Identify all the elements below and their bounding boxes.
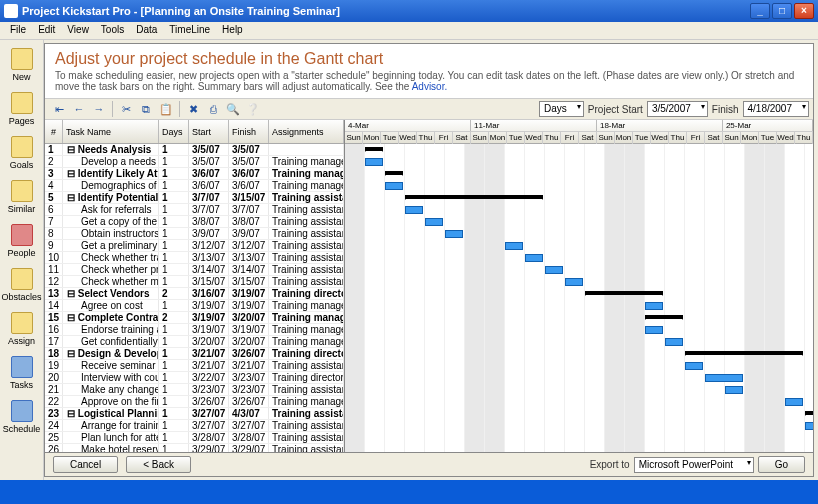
table-row[interactable]: 22Approve on the final out13/26/073/26/0… — [45, 396, 344, 408]
summary-bar[interactable] — [365, 147, 383, 151]
table-row[interactable]: 12Check whether material13/15/073/15/07T… — [45, 276, 344, 288]
table-row[interactable]: 3⊟ Identify Likely Attendee13/6/073/6/07… — [45, 168, 344, 180]
table-row[interactable]: 4Demographics of attend13/6/073/6/07Trai… — [45, 180, 344, 192]
task-bar[interactable] — [405, 206, 423, 214]
task-bar[interactable] — [385, 182, 403, 190]
table-row[interactable]: 21Make any changes to o13/23/073/23/07Tr… — [45, 384, 344, 396]
sidebar-item-people[interactable]: People — [0, 220, 43, 262]
summary-bar[interactable] — [805, 411, 813, 415]
task-bar[interactable] — [545, 266, 563, 274]
nav-prev-icon[interactable]: ← — [71, 101, 87, 117]
task-bar[interactable] — [785, 398, 803, 406]
table-row[interactable]: 13⊟ Select Vendors23/16/073/19/07Trainin… — [45, 288, 344, 300]
summary-bar[interactable] — [385, 171, 403, 175]
col-finish[interactable]: Finish — [229, 120, 269, 143]
sidebar-item-assign[interactable]: Assign — [0, 308, 43, 350]
day-header: Tue — [381, 132, 399, 144]
task-table: # Task Name Days Start Finish Assignment… — [45, 120, 345, 452]
cut-icon[interactable]: ✂ — [118, 101, 134, 117]
summary-bar[interactable] — [585, 291, 663, 295]
close-button[interactable]: × — [794, 3, 814, 19]
proj-start-label: Project Start — [588, 104, 643, 115]
help-icon[interactable]: ❔ — [245, 101, 261, 117]
export-select[interactable]: Microsoft PowerPoint — [634, 457, 754, 473]
table-row[interactable]: 6Ask for referrals13/7/073/7/07Training … — [45, 204, 344, 216]
col-id[interactable]: # — [45, 120, 63, 143]
paste-icon[interactable]: 📋 — [158, 101, 174, 117]
table-row[interactable]: 10Check whether travel ar13/13/073/13/07… — [45, 252, 344, 264]
summary-bar[interactable] — [685, 351, 803, 355]
copy-icon[interactable]: ⧉ — [138, 101, 154, 117]
task-bar[interactable] — [445, 230, 463, 238]
view-mode-select[interactable]: Days — [539, 101, 584, 117]
delete-icon[interactable]: ✖ — [185, 101, 201, 117]
table-row[interactable]: 9Get a preliminary cost r13/12/073/12/07… — [45, 240, 344, 252]
sidebar-item-goals[interactable]: Goals — [0, 132, 43, 174]
menu-help[interactable]: Help — [216, 22, 249, 39]
task-bar[interactable] — [725, 386, 743, 394]
task-bar[interactable] — [645, 326, 663, 334]
menu-file[interactable]: File — [4, 22, 32, 39]
week-header: 18-Mar — [597, 120, 723, 131]
gantt-row — [345, 216, 813, 228]
table-row[interactable]: 24Arrange for training site13/27/073/27/… — [45, 420, 344, 432]
summary-bar[interactable] — [405, 195, 543, 199]
summary-bar[interactable] — [645, 315, 683, 319]
sidebar-item-pages[interactable]: Pages — [0, 88, 43, 130]
task-bar[interactable] — [365, 158, 383, 166]
table-row[interactable]: 26Make hotel reservations13/29/073/29/07… — [45, 444, 344, 452]
proj-finish-field[interactable]: 4/18/2007 — [743, 101, 810, 117]
table-row[interactable]: 14Agree on cost13/19/073/19/07Training m… — [45, 300, 344, 312]
menu-tools[interactable]: Tools — [95, 22, 130, 39]
table-row[interactable]: 18⊟ Design & Development13/21/073/26/07T… — [45, 348, 344, 360]
table-row[interactable]: 1⊟ Needs Analysis13/5/073/5/07 — [45, 144, 344, 156]
task-bar[interactable] — [705, 374, 743, 382]
nav-first-icon[interactable]: ⇤ — [51, 101, 67, 117]
col-name[interactable]: Task Name — [63, 120, 159, 143]
task-bar[interactable] — [505, 242, 523, 250]
task-bar[interactable] — [665, 338, 683, 346]
table-row[interactable]: 15⊟ Complete Contract Req23/19/073/20/07… — [45, 312, 344, 324]
table-row[interactable]: 11Check whether prepara13/14/073/14/07Tr… — [45, 264, 344, 276]
task-bar[interactable] — [645, 302, 663, 310]
zoom-icon[interactable]: 🔍 — [225, 101, 241, 117]
sidebar-item-new[interactable]: New — [0, 44, 43, 86]
col-start[interactable]: Start — [189, 120, 229, 143]
table-row[interactable]: 20Interview with course to13/22/073/23/0… — [45, 372, 344, 384]
back-button[interactable]: < Back — [126, 456, 191, 473]
task-bar[interactable] — [525, 254, 543, 262]
sidebar-item-obstacles[interactable]: Obstacles — [0, 264, 43, 306]
table-row[interactable]: 5⊟ Identify Potential Vendo13/7/073/15/0… — [45, 192, 344, 204]
table-row[interactable]: 7Get a copy of the cours13/8/073/8/07Tra… — [45, 216, 344, 228]
table-row[interactable]: 16Endorse training agreei13/19/073/19/07… — [45, 324, 344, 336]
go-button[interactable]: Go — [758, 456, 805, 473]
menu-data[interactable]: Data — [130, 22, 163, 39]
maximize-button[interactable]: □ — [772, 3, 792, 19]
sidebar-item-similar[interactable]: Similar — [0, 176, 43, 218]
task-bar[interactable] — [685, 362, 703, 370]
minimize-button[interactable]: _ — [750, 3, 770, 19]
task-bar[interactable] — [565, 278, 583, 286]
sidebar-item-schedule[interactable]: Schedule — [0, 396, 43, 438]
sidebar-item-label: Schedule — [3, 424, 41, 434]
table-row[interactable]: 19Receive seminar outline13/21/073/21/07… — [45, 360, 344, 372]
table-row[interactable]: 2Develop a needs analys13/5/073/5/07Trai… — [45, 156, 344, 168]
sidebar-item-tasks[interactable]: Tasks — [0, 352, 43, 394]
task-bar[interactable] — [805, 422, 813, 430]
advisor-link[interactable]: Advisor. — [412, 81, 448, 92]
menu-edit[interactable]: Edit — [32, 22, 61, 39]
gantt-row — [345, 228, 813, 240]
col-days[interactable]: Days — [159, 120, 189, 143]
table-row[interactable]: 23⊟ Logistical Planning13/27/074/3/07Tra… — [45, 408, 344, 420]
print-icon[interactable]: ⎙ — [205, 101, 221, 117]
col-assignments[interactable]: Assignments — [269, 120, 344, 143]
table-row[interactable]: 17Get confidentially form r13/20/073/20/… — [45, 336, 344, 348]
cancel-button[interactable]: Cancel — [53, 456, 118, 473]
table-row[interactable]: 8Obtain instructors' resur13/9/073/9/07T… — [45, 228, 344, 240]
menu-view[interactable]: View — [61, 22, 95, 39]
table-row[interactable]: 25Plan lunch for attendee:13/28/073/28/0… — [45, 432, 344, 444]
task-bar[interactable] — [425, 218, 443, 226]
proj-start-field[interactable]: 3/5/2007 — [647, 101, 708, 117]
menu-timeline[interactable]: TimeLine — [163, 22, 216, 39]
nav-next-icon[interactable]: → — [91, 101, 107, 117]
